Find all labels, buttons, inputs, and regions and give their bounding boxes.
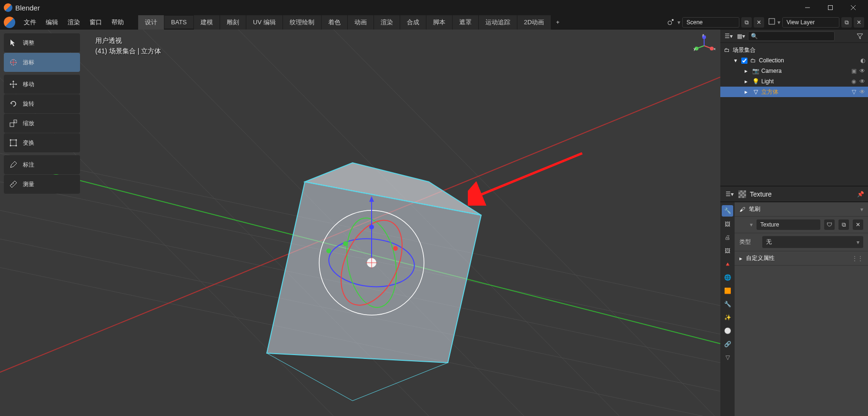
tree-item-camera[interactable]: ▸ 📷 Camera ▣ 👁 [720, 66, 868, 76]
delete-scene-button[interactable]: ✕ [754, 17, 764, 28]
type-dropdown[interactable]: 无 ▾ [762, 236, 863, 248]
copy-texture-button[interactable]: ⧉ [838, 219, 849, 230]
drag-handle-icon[interactable]: ⋮⋮ [852, 255, 863, 262]
select-tool[interactable]: 调整 [4, 33, 80, 52]
tab-modeling[interactable]: 建模 [194, 15, 220, 30]
chevron-right-icon[interactable]: ▸ [742, 78, 750, 85]
axis-gizmo[interactable]: x y z [693, 34, 716, 57]
outliner-tree[interactable]: 🗀 场景集合 ▾ 🗀 Collection ◐ ▸ 📷 Camera ▣ [720, 43, 868, 186]
outliner-search-input[interactable] [748, 31, 835, 41]
ptab-output[interactable]: 🖨 [722, 232, 733, 243]
eye-icon[interactable]: 👁 [859, 89, 865, 95]
tab-render[interactable]: 渲染 [374, 15, 400, 30]
ruler-icon [9, 179, 18, 189]
tree-item-cube[interactable]: ▸ ▽ 立方体 ▽ 👁 [720, 87, 868, 97]
chevron-right-icon[interactable]: ▸ [742, 68, 750, 74]
tab-compositing[interactable]: 合成 [400, 15, 426, 30]
annotate-tool[interactable]: 标注 [4, 155, 80, 174]
measure-tool[interactable]: 测量 [4, 175, 80, 194]
menu-window[interactable]: 窗口 [85, 16, 107, 29]
ptab-world[interactable]: 🌐 [722, 272, 733, 283]
svg-point-54 [369, 225, 374, 229]
ptab-data[interactable]: ▽ [722, 352, 733, 363]
tree-collection[interactable]: ▾ 🗀 Collection ◐ [720, 55, 868, 66]
chevron-right-icon[interactable]: ▸ [742, 89, 750, 95]
custom-props-row[interactable]: ▸ 自定义属性 ⋮⋮ [735, 251, 868, 266]
menu-help[interactable]: 帮助 [107, 16, 129, 29]
ptab-constraints[interactable]: 🔗 [722, 338, 733, 350]
transform-icon [9, 138, 18, 148]
outliner-editor-type-button[interactable]: ☰▾ [723, 31, 734, 41]
blender-menu-logo-icon[interactable] [4, 17, 15, 28]
ptab-particles[interactable]: ✨ [722, 312, 733, 323]
tab-layout[interactable]: 设计 [138, 15, 164, 30]
shield-icon[interactable]: 🛡 [824, 219, 835, 230]
ptab-modifiers[interactable]: 🔧 [722, 298, 733, 310]
svg-line-46 [267, 353, 353, 401]
tab-shading[interactable]: 着色 [322, 15, 348, 30]
move-tool[interactable]: 移动 [4, 75, 80, 94]
close-button[interactable] [842, 0, 864, 15]
tab-masking[interactable]: 遮罩 [453, 15, 479, 30]
camera-icon: 📷 [752, 68, 759, 74]
outliner-display-mode-button[interactable]: ▦▾ [736, 31, 746, 41]
tab-2danim[interactable]: 2D动画 [517, 15, 552, 30]
eye-icon[interactable]: 👁 [859, 78, 865, 85]
menu-edit[interactable]: 编辑 [41, 16, 63, 29]
tab-scripting[interactable]: 脚本 [426, 15, 453, 30]
properties-editor-type-button[interactable]: ☰▾ [724, 189, 735, 199]
ptab-physics[interactable]: ⚪ [722, 325, 733, 337]
tab-tracking[interactable]: 运动追踪 [479, 15, 517, 30]
ptab-viewlayer[interactable]: 🖼 [722, 245, 733, 257]
add-workspace-button[interactable]: + [551, 16, 564, 29]
ptab-render[interactable]: 🖼 [722, 218, 733, 230]
ptab-tool[interactable]: 🔧 [722, 205, 733, 217]
rotate-tool-label: 旋转 [23, 100, 34, 108]
transform-tool[interactable]: 变换 [4, 133, 80, 152]
scene-input[interactable] [682, 17, 739, 28]
brush-row[interactable]: 🖌 笔刷 ▾ [735, 202, 868, 217]
tab-bats[interactable]: BATS [164, 16, 194, 29]
tree-scene-collection[interactable]: 🗀 场景集合 [720, 45, 868, 55]
viewlayer-selector[interactable]: ▾ ⧉ ✕ [768, 17, 864, 28]
svg-point-19 [16, 145, 17, 147]
rotate-tool[interactable]: 旋转 [4, 94, 80, 113]
delete-texture-button[interactable]: ✕ [853, 219, 863, 230]
chevron-down-icon[interactable]: ▾ [732, 57, 739, 64]
menu-file[interactable]: 文件 [19, 16, 41, 29]
new-scene-button[interactable]: ⧉ [741, 17, 752, 28]
svg-point-55 [343, 241, 348, 246]
tab-uvedit[interactable]: UV 编辑 [246, 15, 283, 30]
eye-icon[interactable]: 👁 [859, 68, 865, 74]
svg-point-25 [710, 47, 714, 50]
scale-tool[interactable]: 缩放 [4, 114, 80, 133]
texture-name-field[interactable]: Texture [757, 219, 820, 230]
tab-texpaint[interactable]: 纹理绘制 [283, 15, 322, 30]
viewport-toolbar: 调整 游标 移动 [4, 33, 80, 194]
svg-rect-6 [769, 19, 775, 24]
new-viewlayer-button[interactable]: ⧉ [841, 17, 852, 28]
minimize-button[interactable] [797, 0, 818, 15]
chevron-down-icon[interactable]: ▾ [860, 206, 863, 213]
ptab-object[interactable]: 🟧 [722, 285, 733, 297]
tree-item-light[interactable]: ▸ 💡 Light ◉ 👁 [720, 76, 868, 87]
collection-visibility-checkbox[interactable] [741, 58, 747, 64]
3d-viewport[interactable]: 调整 游标 移动 [0, 30, 720, 416]
ptab-scene[interactable]: 🔺 [722, 258, 733, 270]
maximize-button[interactable] [819, 0, 841, 15]
viewlayer-input[interactable] [782, 17, 839, 28]
pin-icon[interactable]: 📌 [857, 191, 864, 198]
tab-sculpt[interactable]: 雕刻 [220, 15, 246, 30]
collection-toggle-icon[interactable]: ◐ [860, 57, 865, 64]
scene-render [0, 30, 720, 416]
overlay-object-path: (41) 场景集合 | 立方体 [95, 46, 161, 56]
tab-anim[interactable]: 动画 [348, 15, 374, 30]
light-icon: 💡 [752, 78, 759, 85]
scene-selector[interactable]: ▾ ⧉ ✕ [667, 17, 764, 28]
collection-box-icon: 🗀 [749, 57, 757, 64]
outliner-filter-button[interactable] [855, 31, 865, 41]
delete-viewlayer-button[interactable]: ✕ [854, 17, 864, 28]
menu-render[interactable]: 渲染 [63, 16, 85, 29]
cursor-tool[interactable]: 游标 [4, 53, 80, 72]
svg-line-61 [477, 153, 582, 196]
